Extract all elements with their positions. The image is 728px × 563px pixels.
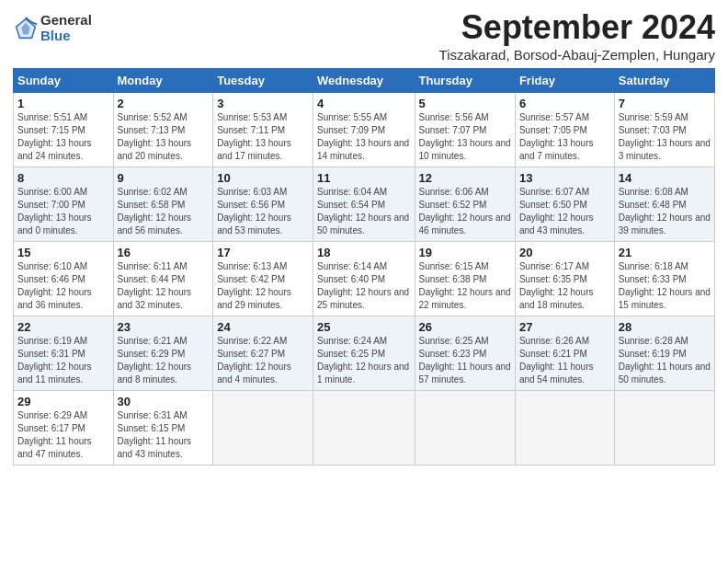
day-info: Sunrise: 6:10 AMSunset: 6:46 PMDaylight:… (17, 260, 109, 312)
logo: General Blue (13, 13, 92, 43)
day-info: Sunrise: 6:22 AMSunset: 6:27 PMDaylight:… (217, 335, 309, 386)
day-info: Sunrise: 5:56 AMSunset: 7:07 PMDaylight:… (419, 111, 511, 163)
calendar-table: Sunday Monday Tuesday Wednesday Thursday… (13, 68, 715, 465)
day-info: Sunrise: 6:14 AMSunset: 6:40 PMDaylight:… (317, 260, 410, 312)
table-row: 3Sunrise: 5:53 AMSunset: 7:11 PMDaylight… (213, 92, 313, 167)
col-wednesday: Wednesday (313, 68, 415, 92)
day-number: 17 (217, 246, 309, 259)
day-info: Sunrise: 5:55 AMSunset: 7:09 PMDaylight:… (317, 111, 410, 163)
table-row (415, 390, 515, 465)
day-info: Sunrise: 6:29 AMSunset: 6:17 PMDaylight:… (17, 409, 109, 461)
day-number: 29 (17, 395, 109, 408)
day-number: 28 (619, 320, 711, 334)
day-info: Sunrise: 6:21 AMSunset: 6:29 PMDaylight:… (118, 335, 210, 386)
day-info: Sunrise: 6:25 AMSunset: 6:23 PMDaylight:… (419, 335, 511, 386)
location: Tiszakarad, Borsod-Abauj-Zemplen, Hungar… (439, 47, 715, 63)
table-row (213, 390, 313, 465)
day-number: 12 (419, 171, 511, 185)
day-number: 7 (619, 97, 711, 110)
day-number: 6 (519, 97, 610, 110)
page-container: General Blue September 2024 Tiszakarad, … (0, 0, 728, 473)
table-row: 24Sunrise: 6:22 AMSunset: 6:27 PMDayligh… (213, 316, 313, 390)
table-row: 14Sunrise: 6:08 AMSunset: 6:48 PMDayligh… (614, 167, 714, 241)
logo-general: General (40, 13, 92, 29)
col-sunday: Sunday (14, 68, 114, 92)
title-block: September 2024 Tiszakarad, Borsod-Abauj-… (439, 9, 715, 63)
day-info: Sunrise: 5:53 AMSunset: 7:11 PMDaylight:… (217, 111, 309, 163)
day-info: Sunrise: 6:13 AMSunset: 6:42 PMDaylight:… (217, 260, 309, 312)
col-tuesday: Tuesday (213, 68, 313, 92)
calendar-row: 15Sunrise: 6:10 AMSunset: 6:46 PMDayligh… (14, 241, 715, 316)
day-info: Sunrise: 5:51 AMSunset: 7:15 PMDaylight:… (17, 111, 109, 163)
day-number: 11 (317, 171, 410, 185)
day-number: 9 (118, 171, 210, 185)
day-info: Sunrise: 6:15 AMSunset: 6:38 PMDaylight:… (419, 260, 511, 312)
table-row: 25Sunrise: 6:24 AMSunset: 6:25 PMDayligh… (313, 316, 415, 390)
table-row: 30Sunrise: 6:31 AMSunset: 6:15 PMDayligh… (113, 390, 213, 465)
day-number: 25 (317, 320, 410, 334)
table-row: 28Sunrise: 6:28 AMSunset: 6:19 PMDayligh… (614, 316, 714, 390)
day-info: Sunrise: 5:57 AMSunset: 7:05 PMDaylight:… (519, 111, 610, 163)
day-number: 27 (519, 320, 610, 334)
header: General Blue September 2024 Tiszakarad, … (13, 9, 715, 63)
day-number: 24 (217, 320, 309, 334)
day-number: 13 (519, 171, 610, 185)
day-info: Sunrise: 6:31 AMSunset: 6:15 PMDaylight:… (118, 409, 210, 461)
day-info: Sunrise: 6:18 AMSunset: 6:33 PMDaylight:… (619, 260, 711, 312)
day-number: 14 (619, 171, 711, 185)
day-number: 22 (17, 320, 109, 334)
table-row: 11Sunrise: 6:04 AMSunset: 6:54 PMDayligh… (313, 167, 415, 241)
table-row: 1Sunrise: 5:51 AMSunset: 7:15 PMDaylight… (14, 92, 114, 167)
table-row: 17Sunrise: 6:13 AMSunset: 6:42 PMDayligh… (213, 241, 313, 316)
logo-blue: Blue (40, 29, 92, 44)
day-number: 10 (217, 171, 309, 185)
day-info: Sunrise: 6:03 AMSunset: 6:56 PMDaylight:… (217, 186, 309, 237)
day-number: 4 (317, 97, 410, 110)
day-number: 26 (419, 320, 511, 334)
day-number: 19 (419, 246, 511, 259)
table-row: 9Sunrise: 6:02 AMSunset: 6:58 PMDaylight… (113, 167, 213, 241)
day-info: Sunrise: 6:06 AMSunset: 6:52 PMDaylight:… (419, 186, 511, 237)
day-number: 8 (17, 171, 109, 185)
table-row: 4Sunrise: 5:55 AMSunset: 7:09 PMDaylight… (313, 92, 415, 167)
table-row: 5Sunrise: 5:56 AMSunset: 7:07 PMDaylight… (415, 92, 515, 167)
day-number: 5 (419, 97, 511, 110)
table-row: 6Sunrise: 5:57 AMSunset: 7:05 PMDaylight… (515, 92, 614, 167)
table-row: 20Sunrise: 6:17 AMSunset: 6:35 PMDayligh… (515, 241, 614, 316)
calendar-row: 22Sunrise: 6:19 AMSunset: 6:31 PMDayligh… (14, 316, 715, 390)
logo-icon (13, 16, 39, 41)
day-number: 2 (118, 97, 210, 110)
col-friday: Friday (515, 68, 614, 92)
day-info: Sunrise: 6:04 AMSunset: 6:54 PMDaylight:… (317, 186, 410, 237)
table-row: 10Sunrise: 6:03 AMSunset: 6:56 PMDayligh… (213, 167, 313, 241)
day-number: 1 (17, 97, 109, 110)
table-row: 29Sunrise: 6:29 AMSunset: 6:17 PMDayligh… (14, 390, 114, 465)
day-info: Sunrise: 6:08 AMSunset: 6:48 PMDaylight:… (619, 186, 711, 237)
day-info: Sunrise: 6:07 AMSunset: 6:50 PMDaylight:… (519, 186, 610, 237)
day-info: Sunrise: 6:00 AMSunset: 7:00 PMDaylight:… (17, 186, 109, 237)
day-number: 23 (118, 320, 210, 334)
day-info: Sunrise: 6:19 AMSunset: 6:31 PMDaylight:… (17, 335, 109, 386)
table-row: 19Sunrise: 6:15 AMSunset: 6:38 PMDayligh… (415, 241, 515, 316)
table-row: 16Sunrise: 6:11 AMSunset: 6:44 PMDayligh… (113, 241, 213, 316)
logo-text: General Blue (40, 13, 92, 43)
day-number: 21 (619, 246, 711, 259)
table-row: 23Sunrise: 6:21 AMSunset: 6:29 PMDayligh… (113, 316, 213, 390)
table-row: 13Sunrise: 6:07 AMSunset: 6:50 PMDayligh… (515, 167, 614, 241)
col-monday: Monday (113, 68, 213, 92)
table-row: 8Sunrise: 6:00 AMSunset: 7:00 PMDaylight… (14, 167, 114, 241)
day-number: 18 (317, 246, 410, 259)
table-row: 27Sunrise: 6:26 AMSunset: 6:21 PMDayligh… (515, 316, 614, 390)
day-info: Sunrise: 6:24 AMSunset: 6:25 PMDaylight:… (317, 335, 410, 386)
calendar-row: 8Sunrise: 6:00 AMSunset: 7:00 PMDaylight… (14, 167, 715, 241)
table-row (313, 390, 415, 465)
calendar-row: 29Sunrise: 6:29 AMSunset: 6:17 PMDayligh… (14, 390, 715, 465)
day-info: Sunrise: 6:26 AMSunset: 6:21 PMDaylight:… (519, 335, 610, 386)
day-info: Sunrise: 6:28 AMSunset: 6:19 PMDaylight:… (619, 335, 711, 386)
table-row: 2Sunrise: 5:52 AMSunset: 7:13 PMDaylight… (113, 92, 213, 167)
day-info: Sunrise: 6:11 AMSunset: 6:44 PMDaylight:… (118, 260, 210, 312)
day-number: 15 (17, 246, 109, 259)
table-row: 7Sunrise: 5:59 AMSunset: 7:03 PMDaylight… (614, 92, 714, 167)
day-number: 20 (519, 246, 610, 259)
day-info: Sunrise: 5:52 AMSunset: 7:13 PMDaylight:… (118, 111, 210, 163)
